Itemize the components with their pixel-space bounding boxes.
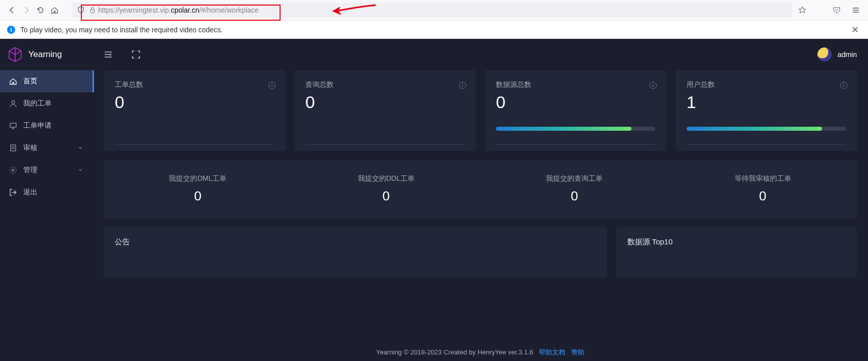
sidebar-item-clipboard[interactable]: 审核: [0, 137, 93, 159]
info-icon[interactable]: [268, 81, 276, 89]
sub-stat-value: 0: [669, 188, 857, 204]
svg-rect-2: [10, 123, 16, 127]
sub-stat-title: 我提交的DDL工单: [292, 174, 481, 183]
svg-point-4: [12, 169, 14, 171]
sidebar-item-label: 首页: [23, 77, 37, 86]
panel-title: 公告: [115, 237, 596, 247]
divider: [687, 144, 846, 145]
sidebar-item-logout[interactable]: 退出: [0, 181, 93, 203]
back-button[interactable]: [5, 3, 19, 17]
footer-text: Yearning © 2018-2023 Created by HenryYee…: [376, 348, 533, 356]
url-bar[interactable]: https://yearningtest.vip.cpolar.cn/#/hom…: [72, 3, 792, 18]
stat-card: 工单总数 0: [104, 70, 285, 151]
stat-card: 查询总数 0: [294, 70, 476, 151]
sidebar-item-label: 审核: [23, 143, 37, 152]
sidebar-item-user[interactable]: 我的工单: [0, 92, 93, 115]
logo-text: Yearning: [28, 49, 62, 60]
info-icon: i: [7, 26, 15, 34]
sub-stat-cell: 等待我审核的工单0: [669, 174, 857, 204]
app-root: Yearning 首页我的工单工单申请审核管理退出 admin 工单总数 0 查…: [0, 39, 868, 361]
sidebar-item-label: 管理: [23, 166, 37, 175]
svg-point-1: [12, 100, 15, 104]
sub-stat-value: 0: [292, 188, 481, 204]
sub-stat-title: 我提交的DML工单: [104, 174, 292, 183]
sub-stat-value: 0: [480, 188, 669, 204]
user-menu[interactable]: admin: [817, 47, 857, 62]
chevron-down-icon: [77, 145, 83, 151]
stat-title: 查询总数: [305, 80, 465, 89]
progress-bar: [687, 127, 846, 131]
info-icon[interactable]: [649, 81, 657, 89]
svg-rect-3: [11, 145, 16, 151]
pocket-button[interactable]: [830, 3, 844, 17]
fullscreen-button[interactable]: [132, 50, 140, 59]
lock-icon: [89, 7, 96, 14]
topbar: admin: [93, 39, 868, 70]
info-icon[interactable]: [459, 81, 467, 89]
stat-value: 0: [496, 92, 655, 112]
notice-text: To play video, you may need to install t…: [20, 26, 223, 34]
sidebar-item-label: 退出: [23, 188, 37, 197]
forward-button[interactable]: [19, 3, 33, 17]
stat-value: 0: [305, 92, 465, 112]
stat-value: 1: [687, 92, 846, 112]
footer-donate-link[interactable]: 赞助: [571, 348, 584, 356]
close-notice-button[interactable]: ✕: [849, 22, 861, 37]
panel-title: 数据源 Top10: [627, 237, 846, 247]
divider: [496, 144, 655, 145]
stat-card: 用户总数 1: [675, 70, 857, 151]
home-icon: [9, 77, 17, 85]
logo-icon: [7, 46, 23, 63]
sub-stat-value: 0: [104, 188, 292, 204]
divider: [305, 144, 465, 145]
chevron-down-icon: [77, 167, 83, 173]
info-icon[interactable]: [840, 81, 848, 89]
sub-stat-cell: 我提交的DML工单0: [104, 174, 292, 204]
stat-title: 工单总数: [115, 80, 274, 89]
progress-bar: [496, 127, 655, 131]
clipboard-icon: [9, 144, 17, 152]
announcement-panel: 公告: [104, 227, 607, 278]
collapse-sidebar-button[interactable]: [104, 50, 113, 59]
logo[interactable]: Yearning: [0, 39, 93, 70]
svg-rect-0: [91, 10, 95, 13]
content: 工单总数 0 查询总数 0 数据源总数 0 用户总数 1 我提交的DML工单0我…: [93, 70, 868, 278]
reload-button[interactable]: [33, 3, 48, 17]
divider: [115, 144, 274, 145]
sidebar-item-label: 我的工单: [23, 99, 52, 108]
sidebar-item-home[interactable]: 首页: [0, 70, 93, 92]
username: admin: [838, 50, 857, 59]
sidebar-item-monitor[interactable]: 工单申请: [0, 115, 93, 137]
avatar: [817, 47, 832, 62]
stat-title: 数据源总数: [496, 80, 655, 89]
sub-stat-cell: 我提交的DDL工单0: [292, 174, 481, 204]
sidebar-item-label: 工单申请: [23, 121, 52, 130]
main-area: admin 工单总数 0 查询总数 0 数据源总数 0 用户总数 1 我提交的D…: [93, 39, 868, 361]
bookmark-button[interactable]: [795, 3, 809, 17]
shield-icon: [77, 6, 85, 14]
url-text: https://yearningtest.vip.cpolar.cn/#/hom…: [98, 6, 259, 14]
stat-title: 用户总数: [687, 80, 846, 89]
sidebar: Yearning 首页我的工单工单申请审核管理退出: [0, 39, 93, 361]
home-button[interactable]: [48, 3, 62, 17]
monitor-icon: [9, 122, 17, 130]
menu-button[interactable]: [849, 3, 863, 17]
stat-value: 0: [115, 92, 274, 112]
browser-toolbar: https://yearningtest.vip.cpolar.cn/#/hom…: [0, 0, 868, 21]
gear-icon: [9, 166, 17, 174]
notice-bar: i To play video, you may need to install…: [0, 21, 868, 39]
user-icon: [9, 99, 17, 108]
footer: Yearning © 2018-2023 Created by HenryYee…: [93, 348, 868, 357]
datasource-top10-panel: 数据源 Top10: [616, 227, 857, 278]
sub-stat-title: 我提交的查询工单: [480, 174, 669, 183]
footer-help-link[interactable]: 帮助文档: [539, 348, 565, 356]
sidebar-item-gear[interactable]: 管理: [0, 159, 93, 181]
sub-stat-title: 等待我审核的工单: [669, 174, 857, 183]
sub-stat-cell: 我提交的查询工单0: [480, 174, 669, 204]
logout-icon: [9, 188, 17, 196]
submitted-stats: 我提交的DML工单0我提交的DDL工单0我提交的查询工单0等待我审核的工单0: [104, 160, 857, 218]
stat-card: 数据源总数 0: [485, 70, 666, 151]
